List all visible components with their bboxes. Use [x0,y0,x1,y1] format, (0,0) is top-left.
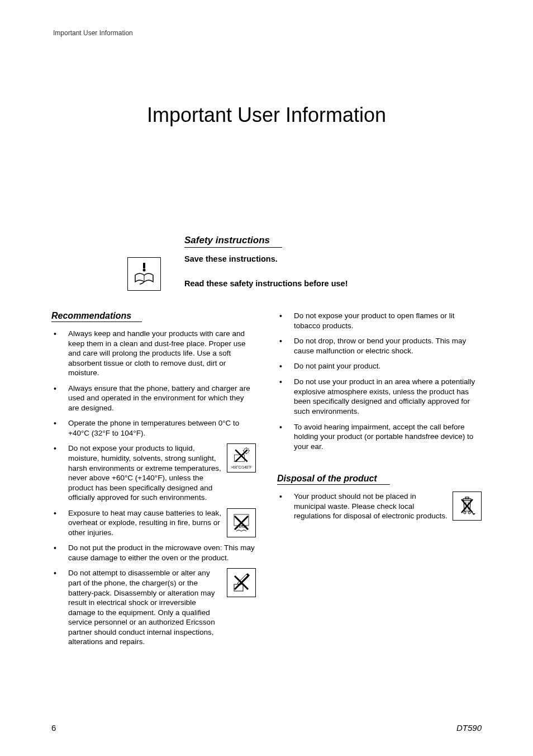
read-manual-icon [127,257,161,291]
svg-rect-22 [465,497,469,499]
disposal-heading: Disposal of the product [277,474,390,485]
bullet-icon: • [51,443,68,453]
bullet-icon: • [51,508,68,518]
list-item: • Do not use your product in an area whe… [277,377,482,416]
list-item: • Operate the phone in temperatures betw… [51,418,256,438]
svg-line-8 [244,448,244,448]
list-item: • Your product should not be placed in m… [277,492,482,521]
page-number: 6 [51,723,56,733]
list-item: • Do not put the product in the microwav… [51,543,256,563]
page-title: Important User Information [0,103,533,127]
no-extreme-temperature-icon: >60°C/140°F [227,443,256,472]
no-disassemble-icon [227,568,256,597]
recommendations-list: • Always keep and handle your products w… [51,329,256,647]
model-label: DT590 [456,723,482,733]
svg-rect-0 [143,263,145,268]
bullet-icon: • [51,543,68,553]
bullet-icon: • [277,377,294,387]
disposal-list: • Your product should not be placed in m… [277,492,482,521]
read-instructions-text: Read these safety instructions before us… [184,279,477,288]
safety-heading: Safety instructions [184,235,282,248]
right-list: • Do not expose your product to open fla… [277,311,482,451]
running-header: Important User Information [53,29,133,37]
list-item: • Exposure to heat may cause batteries t… [51,508,256,538]
right-column: • Do not expose your product to open fla… [277,311,482,653]
save-instructions-text: Save these instructions. [184,254,477,263]
list-item: • Do not attempt to disassemble or alter… [51,568,256,646]
recommendations-heading: Recommendations [51,311,142,322]
bullet-icon: • [277,361,294,371]
svg-point-25 [464,512,466,514]
bullet-icon: • [51,568,68,578]
list-item: • Always ensure that the phone, battery … [51,384,256,413]
bullet-icon: • [277,311,294,321]
bullet-icon: • [277,422,294,432]
bullet-icon: • [277,492,294,502]
svg-line-11 [248,448,249,448]
list-item: • To avoid hearing impairment, accept th… [277,422,482,452]
no-heat-icon [227,508,256,537]
bullet-icon: • [51,384,68,394]
bullet-icon: • [277,336,294,346]
bullet-icon: • [51,329,68,339]
list-item: • Do not paint your product. [277,361,482,371]
list-item: • Always keep and handle your products w… [51,329,256,378]
svg-point-26 [468,512,470,514]
svg-line-9 [248,452,249,453]
left-column: Recommendations • Always keep and handle… [51,311,256,653]
list-item: • Do not drop, throw or bend your produc… [277,336,482,356]
crossed-out-bin-icon [453,492,482,521]
svg-point-1 [143,269,146,272]
list-item: • Do not expose your product to open fla… [277,311,482,330]
bullet-icon: • [51,418,68,428]
list-item: • Do not expose your products to liquid,… [51,443,256,502]
